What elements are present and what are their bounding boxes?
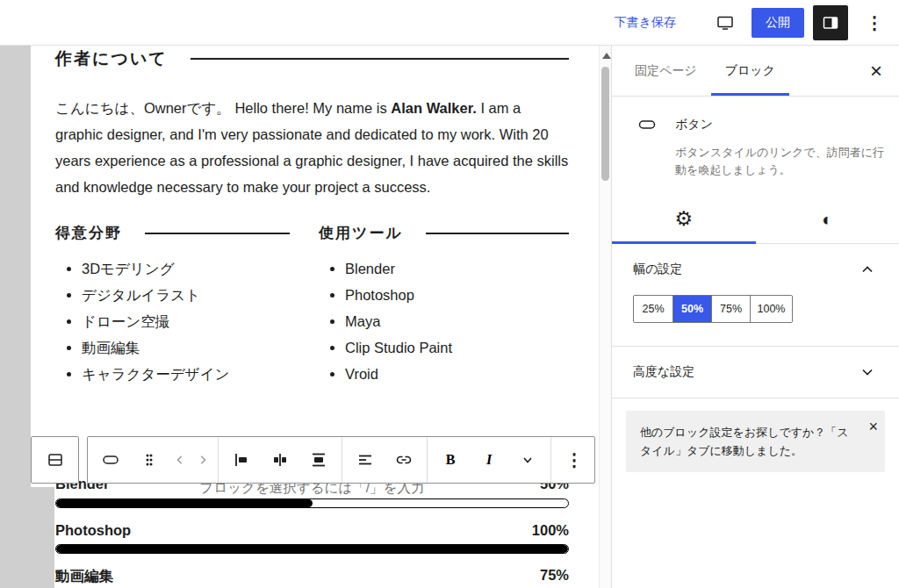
vertical-ellipsis-icon: ⋮ [565, 451, 583, 469]
justify-stretch-button[interactable] [299, 437, 338, 483]
tools-column[interactable]: 使用ツール Blender Photoshop Maya Clip Studio… [319, 223, 569, 387]
italic-button[interactable]: I [470, 437, 508, 483]
about-heading-row[interactable]: 作者について [55, 47, 569, 70]
scroll-up-arrow-icon[interactable] [602, 53, 611, 59]
notice-text: 他のブロック設定をお探しですか？「スタイル」タブに移動しました。 [640, 426, 849, 457]
settings-sidebar: 固定ページ ブロック × ボタン ボタンスタイルのリンクで、訪問者に行動を喚起し… [611, 46, 899, 588]
buttons-block-icon [100, 449, 121, 470]
move-previous-button[interactable] [169, 437, 191, 483]
justify-left-icon [231, 449, 252, 470]
tab-settings[interactable]: ⚙ [612, 195, 756, 243]
width-option-100[interactable]: 100% [750, 296, 792, 322]
advanced-panel-title: 高度な設定 [633, 364, 694, 380]
more-formatting-button[interactable] [508, 437, 547, 483]
skills-heading[interactable]: 得意分野 [55, 223, 122, 243]
skills-list[interactable]: 3Dモデリング デジタルイラスト ドローン空撮 動画編集 キャラクターデザイン [55, 255, 290, 387]
text-align-icon [355, 449, 376, 470]
close-icon: × [870, 59, 882, 82]
skills-column[interactable]: 得意分野 3Dモデリング デジタルイラスト ドローン空撮 動画編集 キャラクター… [55, 223, 290, 387]
progress-label[interactable]: Photoshop [55, 522, 131, 539]
bio-text-before: こんにちは、Ownerです。 Hello there! My name is [55, 100, 391, 116]
list-item[interactable]: キャラクターデザイン [82, 361, 290, 387]
justify-center-icon [270, 449, 291, 470]
block-toolbar: B I ⋮ [87, 436, 595, 484]
width-option-75[interactable]: 75% [711, 296, 750, 322]
sidebar-toggle-icon [820, 12, 841, 33]
block-name: ボタン [675, 117, 713, 133]
drag-handle[interactable] [130, 437, 169, 483]
gear-icon: ⚙ [674, 209, 693, 229]
chevron-down-icon [517, 449, 538, 470]
tools-heading[interactable]: 使用ツール [319, 223, 403, 243]
justify-center-button[interactable] [261, 437, 299, 483]
progress-value: 75% [540, 567, 569, 584]
list-item[interactable]: Vroid [345, 361, 569, 387]
block-description: ボタンスタイルのリンクで、訪問者に行動を喚起しましょう。 [675, 144, 888, 179]
block-options-button[interactable]: ⋮ [555, 437, 593, 483]
progress-bar[interactable] [55, 498, 569, 508]
settings-style-tabs: ⚙ ◐ [612, 195, 899, 244]
editor-topbar: 下書き保存 公開 ⋮ [0, 0, 899, 46]
advanced-settings-panel: 高度な設定 [612, 347, 899, 398]
close-icon: × [868, 418, 878, 435]
text-align-button[interactable] [346, 437, 385, 483]
tools-list[interactable]: Blender Photoshop Maya Clip Studio Paint… [319, 255, 569, 387]
bio-paragraph[interactable]: こんにちは、Ownerです。 Hello there! My name is A… [55, 95, 569, 200]
link-button[interactable] [385, 437, 423, 483]
preview-desktop-button[interactable] [708, 5, 743, 40]
list-item[interactable]: デジタルイラスト [82, 282, 290, 308]
options-menu-button[interactable]: ⋮ [857, 5, 892, 40]
page-canvas[interactable]: 作者について こんにちは、Ownerです。 Hello there! My na… [31, 46, 599, 588]
width-panel-title: 幅の設定 [633, 262, 682, 277]
progress-bar[interactable] [55, 544, 569, 554]
styles-halfmoon-icon: ◐ [822, 211, 832, 228]
width-option-50[interactable]: 50% [672, 296, 711, 322]
heading-rule [145, 233, 290, 234]
width-panel-toggle[interactable]: 幅の設定 [612, 244, 899, 295]
save-draft-button[interactable]: 下書き保存 [615, 15, 676, 31]
bio-text-bold: Alan Walker. [391, 100, 477, 116]
skills-tools-columns: 得意分野 3Dモデリング デジタルイラスト ドローン空撮 動画編集 キャラクター… [55, 223, 569, 387]
progress-fill [56, 499, 313, 507]
chevron-right-icon [194, 451, 212, 469]
chevron-down-icon [857, 362, 878, 383]
vertical-ellipsis-icon: ⋮ [866, 14, 883, 32]
list-item[interactable]: ドローン空撮 [82, 308, 290, 334]
justify-left-button[interactable] [222, 437, 261, 483]
advanced-panel-toggle[interactable]: 高度な設定 [612, 347, 899, 398]
list-item[interactable]: Photoshop [345, 282, 569, 308]
width-option-25[interactable]: 25% [634, 296, 672, 322]
publish-button[interactable]: 公開 [752, 8, 804, 38]
scrollbar-thumb[interactable] [601, 67, 609, 181]
desktop-preview-icon [715, 12, 736, 33]
list-item[interactable]: 動画編集 [82, 334, 290, 361]
list-item[interactable]: Maya [345, 308, 569, 334]
tab-page[interactable]: 固定ページ [621, 46, 711, 96]
about-heading[interactable]: 作者について [55, 47, 168, 70]
width-settings-panel: 幅の設定 25% 50% 75% 100% [612, 244, 899, 347]
settings-sidebar-toggle-button[interactable] [813, 5, 848, 40]
bold-icon: B [446, 452, 456, 468]
heading-rule [191, 58, 569, 60]
list-item[interactable]: 3Dモデリング [82, 255, 290, 282]
parent-row-block-icon [45, 449, 66, 470]
button-block-icon [636, 114, 658, 135]
block-type-button[interactable] [91, 437, 130, 483]
editor-margin [0, 487, 54, 588]
tab-block[interactable]: ブロック [711, 46, 789, 96]
progress-value: 100% [532, 522, 569, 539]
close-sidebar-button[interactable]: × [853, 46, 899, 96]
move-next-button[interactable] [191, 437, 214, 483]
list-item[interactable]: Clip Studio Paint [345, 334, 569, 361]
tab-styles[interactable]: ◐ [756, 195, 899, 243]
dismiss-notice-button[interactable]: × [868, 418, 878, 436]
bold-button[interactable]: B [431, 437, 470, 483]
progress-label[interactable]: 動画編集 [55, 567, 113, 586]
width-button-group: 25% 50% 75% 100% [633, 295, 793, 323]
select-parent-block-button[interactable] [31, 436, 79, 484]
list-item[interactable]: Blender [345, 255, 569, 282]
canvas-scrollbar[interactable] [599, 46, 611, 588]
heading-rule [426, 233, 569, 234]
chevron-left-icon [171, 451, 189, 469]
chevron-up-icon [857, 259, 878, 280]
